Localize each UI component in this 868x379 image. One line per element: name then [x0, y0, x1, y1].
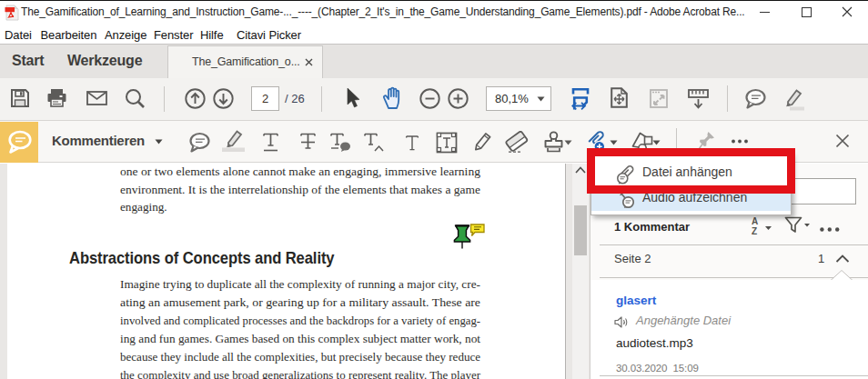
- svg-text:Z: Z: [752, 226, 757, 235]
- svg-text:A: A: [752, 216, 758, 226]
